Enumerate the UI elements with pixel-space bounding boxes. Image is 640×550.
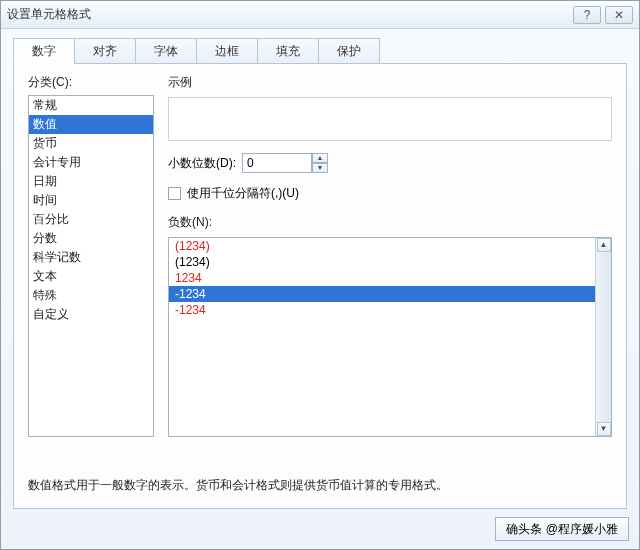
- dialog-body: 数字 对齐 字体 边框 填充 保护 分类(C): 常规数值货币会计专用日期时间百…: [1, 29, 639, 509]
- close-button[interactable]: ✕: [605, 6, 633, 24]
- thousands-row: 使用千位分隔符(,)(U): [168, 185, 612, 202]
- negative-format-item[interactable]: -1234: [169, 302, 595, 318]
- ok-button[interactable]: 确头条 @程序媛小雅: [495, 517, 629, 541]
- thousands-checkbox[interactable]: [168, 187, 181, 200]
- category-item[interactable]: 常规: [29, 96, 153, 115]
- category-item[interactable]: 数值: [29, 115, 153, 134]
- tab-fill[interactable]: 填充: [257, 38, 319, 64]
- category-item[interactable]: 特殊: [29, 286, 153, 305]
- category-item[interactable]: 时间: [29, 191, 153, 210]
- decimals-label: 小数位数(D):: [168, 155, 236, 172]
- category-item[interactable]: 日期: [29, 172, 153, 191]
- options-column: 示例 小数位数(D): ▲ ▼: [168, 74, 612, 437]
- decimals-input[interactable]: [242, 153, 312, 173]
- scrollbar[interactable]: ▲ ▼: [595, 238, 611, 436]
- scroll-up-icon[interactable]: ▲: [597, 238, 611, 252]
- negative-format-item[interactable]: 1234: [169, 270, 595, 286]
- tab-border[interactable]: 边框: [196, 38, 258, 64]
- category-item[interactable]: 文本: [29, 267, 153, 286]
- negatives-items: (1234)(1234)1234-1234-1234: [169, 238, 595, 436]
- category-column: 分类(C): 常规数值货币会计专用日期时间百分比分数科学记数文本特殊自定义: [28, 74, 154, 437]
- negative-format-item[interactable]: (1234): [169, 254, 595, 270]
- negatives-listbox[interactable]: (1234)(1234)1234-1234-1234 ▲ ▼: [168, 237, 612, 437]
- example-box: [168, 97, 612, 141]
- category-item[interactable]: 自定义: [29, 305, 153, 324]
- category-item[interactable]: 会计专用: [29, 153, 153, 172]
- help-button[interactable]: ?: [573, 6, 601, 24]
- category-item[interactable]: 百分比: [29, 210, 153, 229]
- format-description: 数值格式用于一般数字的表示。货币和会计格式则提供货币值计算的专用格式。: [28, 477, 612, 494]
- spinner-up[interactable]: ▲: [312, 153, 328, 163]
- tab-number[interactable]: 数字: [13, 38, 75, 64]
- scroll-down-icon[interactable]: ▼: [597, 422, 611, 436]
- spinner-down[interactable]: ▼: [312, 163, 328, 173]
- category-item[interactable]: 分数: [29, 229, 153, 248]
- category-item[interactable]: 货币: [29, 134, 153, 153]
- decimals-row: 小数位数(D): ▲ ▼: [168, 153, 612, 173]
- example-label: 示例: [168, 74, 612, 91]
- thousands-label: 使用千位分隔符(,)(U): [187, 185, 299, 202]
- tab-strip: 数字 对齐 字体 边框 填充 保护: [13, 37, 627, 63]
- spinner-buttons: ▲ ▼: [312, 153, 328, 173]
- negative-format-item[interactable]: -1234: [169, 286, 595, 302]
- tab-protection[interactable]: 保护: [318, 38, 380, 64]
- tab-alignment[interactable]: 对齐: [74, 38, 136, 64]
- negatives-label: 负数(N):: [168, 214, 612, 231]
- tab-panel: 分类(C): 常规数值货币会计专用日期时间百分比分数科学记数文本特殊自定义 示例…: [13, 63, 627, 509]
- dialog-window: 设置单元格格式 ? ✕ 数字 对齐 字体 边框 填充 保护 分类(C): 常规数…: [0, 0, 640, 550]
- dialog-footer: 确头条 @程序媛小雅: [1, 509, 639, 549]
- negative-format-item[interactable]: (1234): [169, 238, 595, 254]
- category-label: 分类(C):: [28, 74, 154, 91]
- content-columns: 分类(C): 常规数值货币会计专用日期时间百分比分数科学记数文本特殊自定义 示例…: [28, 74, 612, 437]
- category-listbox[interactable]: 常规数值货币会计专用日期时间百分比分数科学记数文本特殊自定义: [28, 95, 154, 437]
- titlebar: 设置单元格格式 ? ✕: [1, 1, 639, 29]
- category-item[interactable]: 科学记数: [29, 248, 153, 267]
- window-title: 设置单元格格式: [7, 6, 569, 23]
- tab-font[interactable]: 字体: [135, 38, 197, 64]
- decimals-spinner: ▲ ▼: [242, 153, 328, 173]
